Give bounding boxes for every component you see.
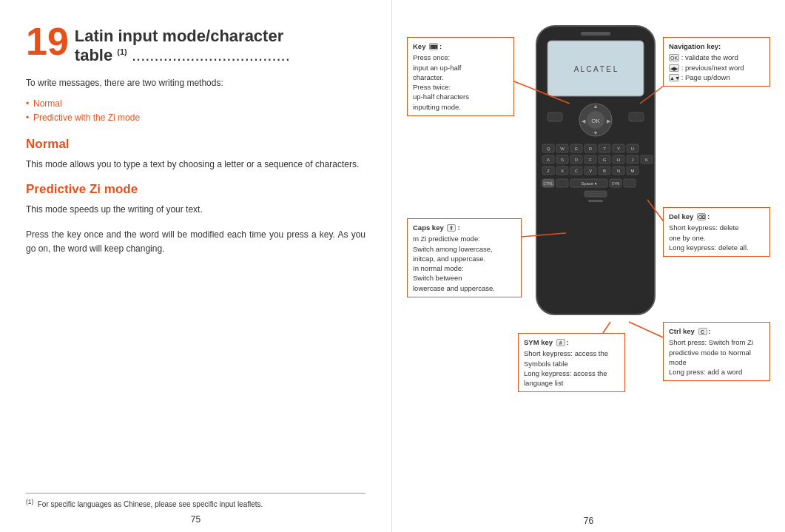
chapter-superscript: (1)	[117, 47, 127, 56]
page-number-left: 75	[191, 514, 201, 525]
svg-text:A L C A T E L: A L C A T E L	[574, 65, 618, 73]
bullet-list: Normal Predictive with the Zi mode	[33, 97, 365, 125]
svg-text:V: V	[589, 169, 592, 173]
footnote-content: For specific languages as Chinese, pleas…	[38, 500, 263, 508]
svg-text:X: X	[561, 169, 564, 173]
callout-key-lines: Press once: input an up-half character. …	[413, 53, 508, 112]
section1-heading: Normal	[26, 137, 365, 152]
chapter-title-line2: table	[75, 46, 112, 64]
svg-text:E: E	[575, 147, 578, 151]
svg-text:D: D	[575, 158, 579, 162]
svg-text:S: S	[561, 158, 564, 162]
phone-illustration: A L C A T E L OK ▲ ▼ ◀ ▶ Q W E R	[522, 22, 670, 333]
svg-text:T: T	[603, 147, 606, 151]
del-icon: ⌫	[697, 213, 706, 220]
svg-text:Q: Q	[547, 147, 550, 151]
svg-text:K: K	[645, 158, 648, 162]
ctrl-icon: C	[698, 328, 707, 335]
key-icon: ⌨	[429, 43, 438, 50]
sym-icon: #	[556, 339, 565, 346]
callout-caps-title: Caps key ⇑:	[413, 223, 516, 232]
callout-del: Del key ⌫: Short keypress: delete one by…	[663, 207, 770, 257]
intro-text: To write messages, there are two writing…	[26, 76, 365, 90]
svg-text:W: W	[560, 147, 565, 151]
callout-ctrl: Ctrl key C: Short press: Switch from Zi …	[663, 322, 770, 381]
svg-rect-12	[629, 112, 644, 121]
svg-text:A: A	[547, 158, 550, 162]
callout-nav-lines: OK : validate the word ◀▶ : previous/nex…	[669, 53, 764, 82]
svg-text:B: B	[603, 169, 606, 173]
callout-ctrl-lines: Short press: Switch from Zi predictive m…	[669, 337, 764, 377]
section1-body: This mode allows you to type a text by c…	[26, 158, 365, 172]
svg-text:C: C	[575, 169, 579, 173]
callout-caps: Caps key ⇑: In Zi predictive mode: Switc…	[407, 218, 522, 297]
callout-del-lines: Short keypress: delete one by one. Long …	[669, 223, 764, 252]
svg-text:▼: ▼	[593, 130, 599, 135]
callout-ctrl-title: Ctrl key C:	[669, 326, 764, 336]
left-page: 19 Latin input mode/character table (1) …	[0, 0, 392, 532]
callout-key: Key ⌨: Press once: input an up-half char…	[407, 37, 514, 116]
svg-text:OK: OK	[591, 118, 600, 124]
bullet-item-normal: Normal	[33, 97, 365, 111]
svg-rect-66	[588, 200, 603, 202]
svg-text:U: U	[631, 147, 634, 151]
callout-del-title: Del key ⌫:	[669, 212, 764, 221]
section2-body1: This mode speeds up the writing of your …	[26, 203, 365, 217]
svg-text:N: N	[617, 169, 620, 173]
chapter-title-line1: Latin input mode/character	[75, 27, 283, 45]
svg-text:J: J	[632, 158, 634, 162]
callout-caps-lines: In Zi predictive mode: Switch among lowe…	[413, 234, 516, 293]
callout-sym-lines: Short keypress: access the Symbols table…	[524, 349, 619, 388]
caps-icon: ⇑	[447, 224, 456, 232]
callout-key-title: Key ⌨:	[413, 41, 508, 51]
page-number-right: 76	[584, 516, 593, 526]
callout-sym: SYM key #: Short keypress: access the Sy…	[518, 333, 625, 392]
chapter-dots: ...................................	[132, 46, 290, 64]
svg-rect-64	[624, 179, 636, 187]
footnote-text: (1) For specific languages as Chinese, p…	[26, 498, 365, 510]
footnote-superscript: (1)	[26, 498, 33, 505]
svg-text:F: F	[589, 158, 592, 162]
bullet-item-predictive: Predictive with the Zi mode	[33, 111, 365, 125]
svg-text:Y: Y	[617, 147, 620, 151]
svg-text:CTRL: CTRL	[543, 181, 553, 186]
callout-navigation: Navigation key: OK : validate the word ◀…	[663, 37, 770, 87]
right-page: A L C A T E L OK ▲ ▼ ◀ ▶ Q W E R	[392, 0, 785, 532]
callout-nav-title: Navigation key:	[669, 41, 764, 51]
section2-body2: Press the key once and the word will be …	[26, 228, 365, 256]
svg-text:SYM: SYM	[612, 181, 620, 186]
svg-rect-65	[584, 191, 607, 197]
svg-text:G: G	[603, 158, 607, 162]
svg-text:R: R	[589, 147, 593, 151]
svg-rect-11	[548, 112, 562, 121]
chapter-header: 19 Latin input mode/character table (1) …	[26, 22, 365, 66]
svg-text:Space ♦: Space ♦	[581, 181, 597, 186]
section2-heading: Predictive Zi mode	[26, 182, 365, 197]
svg-rect-3	[581, 32, 610, 36]
svg-text:▲: ▲	[593, 104, 599, 109]
phone-container: A L C A T E L OK ▲ ▼ ◀ ▶ Q W E R	[403, 15, 774, 496]
chapter-title: Latin input mode/character table (1) ...…	[75, 22, 290, 66]
svg-text:H: H	[617, 158, 620, 162]
footnote-area: (1) For specific languages as Chinese, p…	[26, 493, 365, 510]
chapter-number: 19	[26, 22, 69, 61]
svg-text:M: M	[631, 169, 635, 173]
svg-rect-59	[556, 179, 568, 187]
svg-text:Z: Z	[547, 169, 550, 173]
callout-sym-title: SYM key #:	[524, 337, 619, 347]
